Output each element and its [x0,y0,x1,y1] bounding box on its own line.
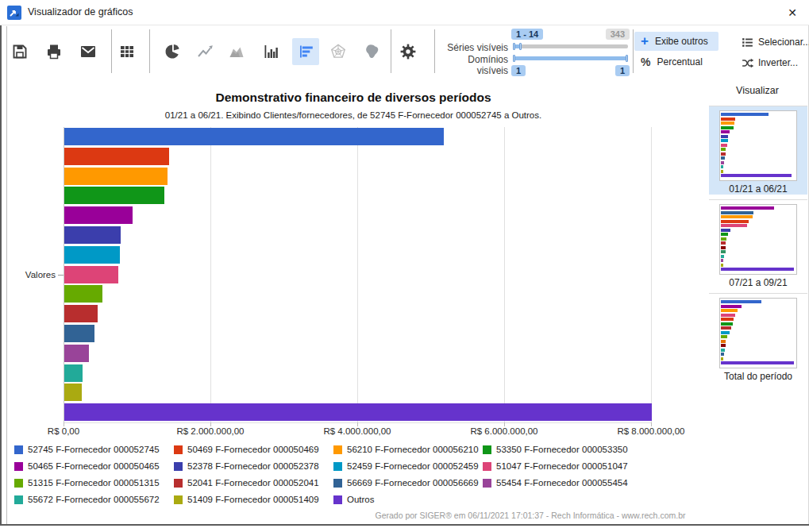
thumbnail-bar [721,264,723,267]
legend-label: 52378 F-Fornecedor 000052378 [187,461,319,471]
thumbnail-bar [721,305,742,308]
legend-item: 52041 F-Fornecedor 000052041 [174,478,333,488]
period-thumbnails: 01/21 a 06/2107/21 a 09/21Total do perío… [709,106,807,387]
thumbnail-label: 01/21 a 06/21 [709,183,807,195]
thumbnail-bar [721,335,727,338]
window-title: Visualizador de gráficos [28,6,133,17]
legend-row: 52745 F-Fornecedor 00005274550469 F-Forn… [14,445,642,454]
email-button[interactable] [75,38,102,65]
thumbnail-bar [721,233,728,236]
series-slider[interactable] [513,44,628,48]
thumbnail-bar [721,237,726,241]
radar-chart-button[interactable] [325,38,352,65]
legend-swatch [333,495,342,504]
thumbnail-label: 07/21 a 09/21 [709,277,807,288]
thumbnail-bar [721,250,726,253]
line-chart-icon [195,42,214,61]
series-slider-thumb-left[interactable] [513,43,515,50]
legend-label: 51315 F-Fornecedor 000051315 [28,478,160,488]
save-icon [10,42,29,61]
toolbar-separator [149,29,150,73]
legend-item: 51315 F-Fornecedor 000051315 [14,478,174,488]
thumbnail-bar [721,224,747,227]
chart-bar [64,168,168,185]
save-button[interactable] [6,38,33,65]
legend-row: 51315 F-Fornecedor 00005131552041 F-Forn… [14,478,642,488]
gridline [357,127,358,423]
legend-label: 53350 F-Fornecedor 000053350 [496,445,628,454]
legend-swatch [174,462,183,471]
legend-item: 52459 F-Fornecedor 000052459 [333,461,483,471]
chart-bar [64,187,164,204]
thumbnail-bar [721,318,734,321]
selecionar-button[interactable]: Selecionar... [741,35,809,49]
chart-bar [64,266,118,283]
legend-item: 52378 F-Fornecedor 000052378 [174,461,333,471]
x-tick-label: R$ 2.000.000,00 [155,426,266,436]
list-icon [741,36,754,49]
thumbnail-bar [721,259,723,262]
pie-chart-button[interactable] [159,38,186,65]
thumbnail-bar [721,229,730,232]
area-chart-button[interactable] [223,38,250,65]
bar-chart-icon [296,42,315,61]
chart-bar [64,148,169,165]
legend-item: 55672 F-Fornecedor 000055672 [14,495,174,504]
domains-slider-thumb-left[interactable] [513,55,515,62]
thumbnail-period[interactable]: Total do período [709,293,807,382]
legend-item: 50465 F-Fornecedor 000050465 [14,461,174,471]
series-range-badge: 1 - 14 [511,29,543,40]
thumbnail-bar [721,170,723,173]
thumbnail-bar [721,215,753,218]
bar-chart-button[interactable] [292,38,319,65]
map-chart-button[interactable] [358,38,385,65]
brazil-map-icon [362,42,381,61]
legend-swatch [483,479,491,488]
percentual-button[interactable]: % Percentual [641,55,703,69]
column-chart-button[interactable] [257,38,284,65]
toolbar-separator [391,29,391,73]
chart-bar [64,206,133,224]
thumbnail-period[interactable]: 01/21 a 06/21 [709,106,807,195]
chart-bar [64,305,98,322]
settings-button[interactable] [395,38,422,65]
legend-item: 51047 F-Fornecedor 000051047 [483,461,642,471]
thumbnail-bar [721,165,723,168]
legend-swatch [483,462,491,471]
table-view-button[interactable] [114,38,141,65]
print-button[interactable] [40,38,67,65]
legend-label: 56669 F-Fornecedor 000056669 [347,478,479,488]
thumbnail-bar [721,246,726,249]
gridline [651,127,652,423]
chart-bar [64,226,121,244]
series-slider-thumb-right[interactable] [519,43,522,50]
thumbnail-bar [721,344,726,347]
thumbnail-chart [719,298,797,368]
legend-label: Outros [347,495,375,504]
inverter-button[interactable]: Inverter... [741,56,798,70]
legend-swatch [483,445,491,454]
thumbnail-bar [721,322,733,326]
gridline [504,127,505,423]
thumbnail-period[interactable]: 07/21 a 09/21 [709,199,807,288]
selecionar-label: Selecionar... [758,37,809,48]
legend-swatch [333,479,342,488]
domains-slider-thumb-right[interactable] [626,55,628,62]
domains-slider[interactable] [513,56,628,60]
legend-label: 50465 F-Fornecedor 000050465 [28,461,160,471]
thumbnail-bar [721,255,724,258]
legend-label: 52459 F-Fornecedor 000052459 [347,461,479,471]
thumbnail-bar [721,357,723,360]
close-button[interactable]: ✕ [780,2,804,22]
toolbar-separator [633,29,634,73]
thumbnail-bar [721,241,726,245]
exibe-outros-button[interactable]: + Exibe outros [634,32,718,51]
window-border-bottom[interactable] [0,524,809,526]
titlebar[interactable]: Visualizador de gráficos ✕ [0,0,809,25]
line-chart-button[interactable] [191,38,218,65]
percent-icon: % [641,56,650,68]
x-tick-label: R$ 6.000.000,00 [449,426,560,436]
percentual-label: Percentual [657,56,702,67]
thumbnail-bar [721,113,769,116]
legend-item: 56669 F-Fornecedor 000056669 [333,478,483,488]
